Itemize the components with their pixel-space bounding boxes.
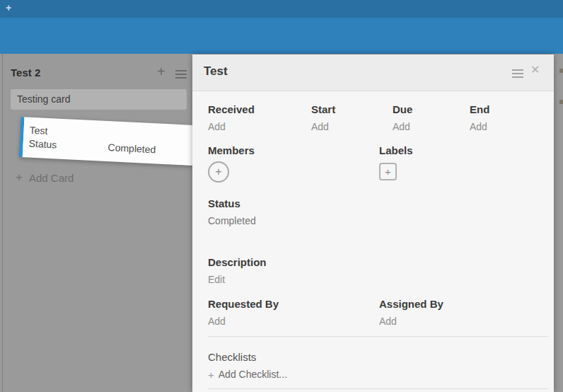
assigned-by-label: Assigned By xyxy=(379,298,538,310)
card-menu-icon[interactable] xyxy=(512,69,523,80)
section-divider xyxy=(208,388,548,389)
start-add-link[interactable]: Add xyxy=(311,121,329,132)
card-test[interactable]: Test Status Completed xyxy=(19,117,195,166)
members-label: Members xyxy=(208,144,379,156)
add-label-button[interactable]: + xyxy=(379,163,397,180)
add-card-label: Add Card xyxy=(29,172,74,184)
date-start: Start Add xyxy=(311,103,393,132)
description-label: Description xyxy=(208,256,538,268)
plus-icon: + xyxy=(208,369,214,381)
close-icon[interactable]: ✕ xyxy=(530,63,540,76)
requested-by-section: Requested By Add xyxy=(208,298,379,327)
add-board-icon[interactable]: + xyxy=(6,2,11,13)
dates-row: Received Add Start Add Due Add End Add xyxy=(208,103,538,132)
start-label: Start xyxy=(311,103,393,115)
plus-icon: + xyxy=(385,166,391,178)
card-field-value: Completed xyxy=(108,141,156,156)
received-label: Received xyxy=(208,103,311,115)
requested-by-add-link[interactable]: Add xyxy=(208,316,226,327)
labels-section: Labels + xyxy=(379,144,538,183)
add-card-button[interactable]: + Add Card xyxy=(16,171,74,185)
assigned-by-add-link[interactable]: Add xyxy=(379,316,397,327)
card-detail-body: Received Add Start Add Due Add End Add xyxy=(192,103,554,389)
assigned-by-section: Assigned By Add xyxy=(379,298,538,327)
requested-by-label: Requested By xyxy=(208,298,379,310)
end-add-link[interactable]: Add xyxy=(470,121,487,132)
add-checklist-button[interactable]: + Add Checklist... xyxy=(208,369,287,381)
board-header-banner xyxy=(0,18,563,54)
checklists-section: Checklists + Add Checklist... xyxy=(208,351,538,381)
checklists-label: Checklists xyxy=(208,351,538,363)
date-due: Due Add xyxy=(393,103,470,132)
top-navbar: + xyxy=(0,0,563,18)
date-received: Received Add xyxy=(208,103,311,132)
card-detail-panel: Test ✕ Received Add Start Add Due Add xyxy=(192,54,554,392)
received-add-link[interactable]: Add xyxy=(208,121,226,132)
clipped-next-list-fragment xyxy=(559,100,563,104)
list-menu-icon[interactable] xyxy=(175,70,187,81)
section-divider xyxy=(208,336,548,337)
end-label: End xyxy=(470,103,538,115)
new-card-input[interactable]: Testing card xyxy=(11,89,187,110)
members-labels-row: Members + Labels + xyxy=(208,144,538,183)
add-checklist-label: Add Checklist... xyxy=(219,369,287,381)
card-detail-title: Test xyxy=(204,64,228,79)
due-add-link[interactable]: Add xyxy=(393,121,410,132)
list-test-2: Test 2 + Testing card Test Status Comple… xyxy=(2,54,193,392)
description-section: Description Edit xyxy=(208,256,538,285)
requested-assigned-row: Requested By Add Assigned By Add xyxy=(208,298,538,327)
clipped-next-list-fragment xyxy=(559,69,563,73)
list-add-card-icon[interactable]: + xyxy=(157,64,166,80)
card-detail-header: Test ✕ xyxy=(192,54,554,91)
list-title[interactable]: Test 2 xyxy=(11,67,40,79)
members-section: Members + xyxy=(208,144,379,183)
date-end: End Add xyxy=(470,103,538,132)
description-edit-link[interactable]: Edit xyxy=(208,274,225,285)
due-label: Due xyxy=(393,103,470,115)
status-value[interactable]: Completed xyxy=(208,215,538,226)
plus-icon: + xyxy=(215,166,221,178)
plus-icon: + xyxy=(16,171,23,185)
board-canvas: Test 2 + Testing card Test Status Comple… xyxy=(0,54,563,392)
add-member-button[interactable]: + xyxy=(208,161,229,183)
labels-label: Labels xyxy=(379,144,538,156)
card-field-label: Status xyxy=(28,137,108,154)
status-section: Status Completed xyxy=(208,197,538,226)
status-label: Status xyxy=(208,197,538,209)
